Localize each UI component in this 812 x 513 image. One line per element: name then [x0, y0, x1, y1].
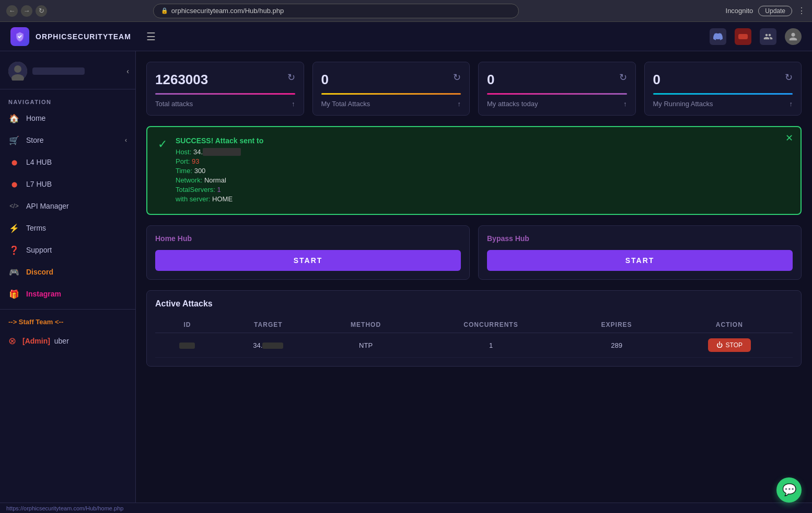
success-server-label: with server: — [176, 195, 210, 203]
col-target: TARGET — [219, 317, 317, 333]
sidebar-item-api[interactable]: </> API Manager — [0, 195, 135, 217]
content-area: 1263003 ↻ Total attacks ↑ 0 ↻ — [136, 51, 812, 503]
success-network-row: Network: Normal — [176, 176, 790, 184]
sidebar-item-terms[interactable]: ⚡ Terms — [0, 217, 135, 239]
sidebar-item-instagram[interactable]: 🎁 Instagram — [0, 283, 135, 305]
stat-bar-running — [653, 93, 793, 95]
logo-icon — [10, 27, 29, 46]
success-content: SUCCESS! Attack sent to Host: 34.████ Po… — [176, 136, 790, 204]
stat-refresh-running[interactable]: ↻ — [785, 72, 793, 83]
sidebar-item-l7hub[interactable]: ⬤ L7 HUB — [0, 173, 135, 195]
main-layout: ‹ NAVIGATION 🏠 Home 🛒 Store ‹ ⬤ L4 HUB ⬤… — [0, 51, 812, 503]
sidebar-item-store[interactable]: 🛒 Store ‹ — [0, 129, 135, 151]
stats-grid: 1263003 ↻ Total attacks ↑ 0 ↻ — [146, 62, 802, 116]
active-attacks-title: Active Attacks — [155, 299, 793, 309]
users-icon[interactable] — [760, 28, 776, 45]
success-totalservers-row: TotalServers: 1 — [176, 186, 790, 193]
stop-icon: ⏻ — [716, 341, 723, 349]
user-avatar-top[interactable] — [785, 28, 802, 45]
forward-button[interactable]: → — [21, 5, 32, 17]
staff-team-label: --> Staff Team <-- — [0, 314, 135, 330]
hamburger-button[interactable]: ☰ — [146, 30, 156, 43]
stat-value-my-total: 0 — [321, 72, 329, 88]
sidebar-l4hub-label: L4 HUB — [26, 158, 52, 166]
active-attacks-section: Active Attacks ID TARGET METHOD CONCURRE… — [146, 290, 802, 367]
stat-label-today: My attacks today — [487, 100, 538, 108]
sidebar-collapse-button[interactable]: ‹ — [126, 67, 129, 75]
l7hub-icon: ⬤ — [8, 178, 20, 190]
stop-attack-button[interactable]: ⏻ STOP — [708, 338, 751, 352]
stat-card-total-attacks: 1263003 ↻ Total attacks ↑ — [146, 62, 304, 116]
logo-text: ORPHICSECURITYTEAM — [36, 32, 131, 41]
success-port-label: Port: — [176, 157, 190, 165]
admin-badge: [Admin] — [22, 337, 50, 345]
success-time-row: Time: 300 — [176, 167, 790, 175]
success-close-button[interactable]: ✕ — [785, 132, 793, 144]
sidebar-user: ‹ — [0, 58, 135, 89]
stat-footer-my-total: My Total Attacks ↑ — [321, 100, 461, 108]
admin-username: uber — [54, 337, 69, 345]
more-icon[interactable]: ⋮ — [797, 6, 806, 16]
bypass-hub-start-button[interactable]: START — [487, 250, 793, 271]
success-port-value: 93 — [192, 157, 199, 165]
back-button[interactable]: ← — [6, 5, 18, 17]
stat-bar-my-total — [321, 93, 461, 95]
terms-icon: ⚡ — [8, 222, 20, 234]
cell-id — [155, 333, 219, 358]
nav-section-label: NAVIGATION — [0, 95, 135, 107]
stat-up-today: ↑ — [623, 100, 627, 108]
update-button[interactable]: Update — [758, 6, 792, 16]
sidebar-admin-item: ⊗ [Admin] uber — [0, 330, 135, 352]
stat-card-today: 0 ↻ My attacks today ↑ — [478, 62, 636, 116]
col-id: ID — [155, 317, 219, 333]
store-icon: 🛒 — [8, 134, 20, 146]
browser-right-controls: Incognito Update ⋮ — [726, 6, 806, 16]
sidebar-l7hub-label: L7 HUB — [26, 180, 52, 188]
success-host-value: 34.████ — [193, 148, 241, 156]
success-host-row: Host: 34.████ — [176, 148, 790, 156]
chat-bubble-button[interactable]: 💬 — [776, 477, 802, 503]
sidebar-instagram-label: Instagram — [26, 290, 61, 298]
svg-point-1 — [14, 65, 21, 73]
lock-icon: 🔒 — [161, 7, 168, 14]
reload-button[interactable]: ↻ — [36, 5, 47, 17]
sidebar-discord-label: Discord — [26, 268, 53, 276]
success-network-label: Network: — [176, 176, 202, 184]
stat-label-total: Total attacks — [155, 100, 193, 108]
red-status-icon[interactable] — [735, 28, 751, 45]
sidebar-support-label: Support — [26, 246, 52, 254]
home-icon: 🏠 — [8, 112, 20, 124]
stat-up-running: ↑ — [790, 100, 793, 108]
top-navbar: ORPHICSECURITYTEAM ☰ — [0, 22, 812, 51]
success-server-row: with server: HOME — [176, 195, 790, 203]
store-chevron-icon: ‹ — [125, 136, 127, 144]
top-nav-right — [710, 28, 802, 45]
stat-top-my-total: 0 ↻ — [321, 72, 461, 88]
stat-refresh-my-total[interactable]: ↻ — [453, 72, 461, 83]
discord-nav-icon[interactable] — [710, 28, 726, 45]
sidebar-item-l4hub[interactable]: ⬤ L4 HUB — [0, 151, 135, 173]
stat-bar-total — [155, 93, 295, 95]
browser-nav-buttons: ← → ↻ — [6, 5, 47, 17]
status-bar: https://orphicsecurityteam.com/Hub/home.… — [0, 503, 812, 513]
home-hub-start-button[interactable]: START — [155, 250, 461, 271]
col-concurrents: CONCURRENTS — [414, 317, 567, 333]
stat-footer-today: My attacks today ↑ — [487, 100, 627, 108]
address-bar[interactable]: 🔒 orphicsecurityteam.com/Hub/hub.php — [153, 4, 519, 18]
redacted-id — [179, 343, 195, 349]
stat-refresh-total[interactable]: ↻ — [287, 72, 295, 83]
discord-icon: 🎮 — [8, 266, 20, 278]
user-avatar-sidebar — [8, 62, 27, 81]
attacks-table-header: ID TARGET METHOD CONCURRENTS EXPIRES ACT… — [155, 317, 793, 333]
cell-concurrents: 1 — [414, 333, 567, 358]
sidebar-item-home[interactable]: 🏠 Home — [0, 107, 135, 129]
success-time-value: 300 — [194, 167, 206, 175]
stat-label-running: My Running Attacks — [653, 100, 713, 108]
sidebar-item-discord[interactable]: 🎮 Discord — [0, 261, 135, 283]
success-port-row: Port: 93 — [176, 157, 790, 165]
stat-refresh-today[interactable]: ↻ — [619, 72, 627, 83]
hubs-grid: Home Hub START Bypass Hub START — [146, 225, 802, 280]
sidebar-item-support[interactable]: ❓ Support — [0, 239, 135, 261]
incognito-label: Incognito — [726, 7, 753, 15]
status-url: https://orphicsecurityteam.com/Hub/home.… — [6, 505, 123, 511]
